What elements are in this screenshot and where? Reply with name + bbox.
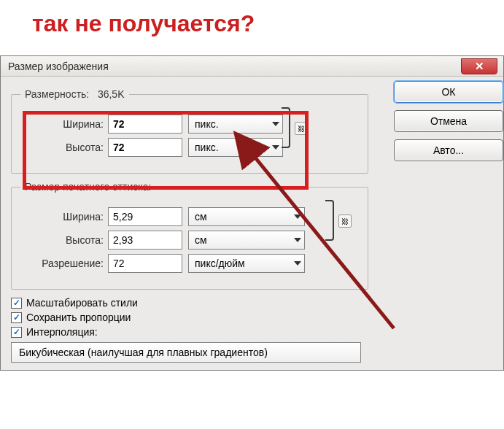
titlebar: Размер изображения ✕ bbox=[1, 56, 503, 77]
combo-value: см bbox=[195, 211, 207, 223]
checkbox-label: Интерполяция: bbox=[26, 326, 98, 338]
interpolation-checkbox-row[interactable]: ✓ Интерполяция: bbox=[11, 326, 495, 338]
px-width-input[interactable] bbox=[108, 115, 182, 134]
legend-prefix: Размерность: bbox=[25, 88, 89, 100]
chevron-down-icon bbox=[272, 145, 279, 150]
combo-value: пикс. bbox=[195, 118, 219, 130]
close-icon: ✕ bbox=[475, 60, 484, 73]
resolution-label: Разрешение: bbox=[20, 258, 108, 269]
checkbox-label: Сохранить пропорции bbox=[26, 312, 131, 323]
pixel-dimensions-legend: Размерность: 36,5K bbox=[20, 88, 129, 100]
resolution-unit-combo[interactable]: пикс/дюйм bbox=[188, 254, 305, 273]
checkbox-icon: ✓ bbox=[11, 327, 22, 338]
checkbox-icon: ✓ bbox=[11, 312, 22, 323]
combo-value: Бикубическая (наилучшая для плавных град… bbox=[19, 347, 268, 358]
constrain-bracket bbox=[282, 107, 290, 148]
combo-value: см bbox=[195, 234, 207, 246]
px-height-input[interactable] bbox=[108, 138, 182, 157]
px-height-unit-combo[interactable]: пикс. bbox=[188, 138, 283, 157]
link-icon[interactable]: ⛓ bbox=[295, 122, 308, 135]
file-size-value: 36,5K bbox=[98, 88, 125, 100]
print-width-label: Ширина: bbox=[20, 211, 108, 223]
px-width-label: Ширина: bbox=[20, 118, 108, 130]
print-height-input[interactable] bbox=[108, 231, 182, 250]
checkbox-label: Масштабировать стили bbox=[26, 297, 138, 309]
print-height-label: Высота: bbox=[20, 234, 108, 246]
chevron-down-icon bbox=[294, 238, 301, 242]
pixel-dimensions-group: Размерность: 36,5K Ширина: пикс. Высота:… bbox=[11, 88, 368, 174]
chevron-down-icon bbox=[272, 122, 279, 126]
interpolation-combo[interactable]: Бикубическая (наилучшая для плавных град… bbox=[11, 342, 361, 363]
link-icon[interactable]: ⛓ bbox=[338, 214, 352, 228]
combo-value: пикс. bbox=[195, 142, 219, 153]
chevron-down-icon bbox=[294, 214, 301, 219]
print-height-unit-combo[interactable]: см bbox=[188, 231, 305, 250]
dialog-content: ОК Отмена Авто... Размерность: 36,5K Шир… bbox=[1, 77, 503, 370]
scale-styles-checkbox-row[interactable]: ✓ Масштабировать стили bbox=[11, 297, 495, 309]
cancel-button[interactable]: Отмена bbox=[394, 110, 503, 132]
print-width-input[interactable] bbox=[108, 207, 182, 226]
print-size-legend: Размер печатного оттиска: bbox=[20, 181, 155, 193]
ok-button[interactable]: ОК bbox=[394, 81, 503, 103]
constrain-proportions-checkbox-row[interactable]: ✓ Сохранить пропорции bbox=[11, 312, 495, 323]
resolution-input[interactable] bbox=[108, 254, 182, 273]
auto-button[interactable]: Авто... bbox=[394, 139, 503, 161]
image-size-dialog: Размер изображения ✕ ОК Отмена Авто... Р… bbox=[0, 55, 504, 371]
annotation-text: так не получается? bbox=[32, 10, 255, 37]
combo-value: пикс/дюйм bbox=[195, 258, 245, 269]
checkbox-icon: ✓ bbox=[11, 298, 22, 309]
print-size-group: Размер печатного оттиска: Ширина: см Выс… bbox=[11, 181, 368, 290]
close-button[interactable]: ✕ bbox=[461, 58, 497, 74]
px-width-unit-combo[interactable]: пикс. bbox=[188, 115, 283, 134]
print-width-unit-combo[interactable]: см bbox=[188, 207, 305, 226]
constrain-bracket bbox=[325, 200, 334, 241]
side-buttons: ОК Отмена Авто... bbox=[394, 81, 503, 161]
px-height-label: Высота: bbox=[20, 142, 108, 153]
dialog-title: Размер изображения bbox=[8, 61, 109, 72]
chevron-down-icon bbox=[294, 261, 301, 266]
